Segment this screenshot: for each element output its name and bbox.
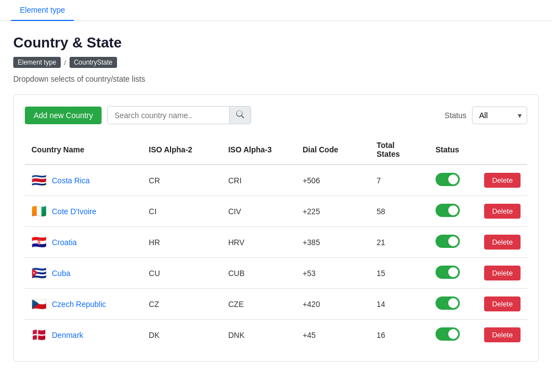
iso-alpha3: CZE	[221, 289, 296, 320]
col-header-name: Country Name	[25, 135, 142, 165]
country-flag: 🇩🇰	[31, 329, 46, 341]
status-toggle-cell	[429, 258, 477, 289]
country-flag: 🇨🇺	[31, 267, 46, 279]
total-states: 58	[370, 196, 429, 227]
page-title: Country & State	[13, 34, 539, 51]
country-name-cell: 🇨🇺 Cuba	[31, 267, 136, 279]
country-link[interactable]: Cuba	[52, 269, 70, 278]
dial-code: +53	[296, 258, 370, 289]
page-description: Dropdown selects of country/state lists	[13, 75, 539, 83]
status-select-wrapper: All Active Inactive	[472, 107, 527, 124]
country-link[interactable]: Croatia	[52, 238, 77, 247]
iso-alpha3: DNK	[221, 320, 296, 351]
dial-code: +385	[296, 227, 370, 258]
status-toggle[interactable]	[436, 235, 460, 248]
country-flag: 🇨🇿	[31, 298, 46, 310]
col-header-alpha3: ISO Alpha-3	[221, 135, 296, 165]
country-name-cell: 🇨🇿 Czech Republic	[31, 298, 136, 310]
delete-cell: Delete	[477, 258, 527, 289]
status-filter: Status All Active Inactive	[444, 107, 527, 124]
table-row: 🇨🇺 Cuba CU CUB +53 15 Delete	[25, 258, 527, 289]
col-header-dial: Dial Code	[296, 135, 370, 165]
country-link[interactable]: Denmark	[52, 331, 83, 340]
search-button[interactable]	[229, 107, 251, 124]
delete-button[interactable]: Delete	[484, 235, 521, 250]
search-icon	[236, 110, 244, 118]
delete-cell: Delete	[477, 289, 527, 320]
iso-alpha2: CR	[142, 165, 222, 196]
delete-cell: Delete	[477, 196, 527, 227]
total-states: 15	[370, 258, 429, 289]
col-header-action	[477, 135, 527, 165]
table-body: 🇨🇷 Costa Rica CR CRI +506 7 Delete 🇨🇮	[25, 165, 527, 350]
toggle-slider	[436, 173, 460, 186]
dial-code: +420	[296, 289, 370, 320]
iso-alpha2: DK	[142, 320, 222, 351]
status-toggle-cell	[429, 289, 477, 320]
breadcrumb-separator: /	[64, 59, 66, 67]
delete-button[interactable]: Delete	[484, 173, 521, 188]
country-flag: 🇨🇮	[31, 205, 46, 218]
status-toggle[interactable]	[436, 266, 460, 279]
total-states: 7	[370, 165, 429, 196]
table-row: 🇨🇿 Czech Republic CZ CZE +420 14 Delete	[25, 289, 527, 320]
toolbar: Add new Country Status All Active Inacti…	[25, 106, 527, 124]
status-toggle-cell	[429, 227, 477, 258]
country-link[interactable]: Cote D'Ivoire	[52, 207, 96, 216]
tab-element-type[interactable]: Element type	[11, 0, 74, 21]
delete-button[interactable]: Delete	[484, 204, 521, 219]
iso-alpha3: CUB	[221, 258, 296, 289]
col-header-status: Status	[429, 135, 477, 165]
country-link[interactable]: Czech Republic	[52, 300, 106, 309]
col-header-alpha2: ISO Alpha-2	[142, 135, 222, 165]
add-country-button[interactable]: Add new Country	[25, 107, 102, 124]
delete-button[interactable]: Delete	[484, 266, 521, 280]
delete-cell: Delete	[477, 165, 527, 196]
iso-alpha3: HRV	[221, 227, 296, 258]
delete-button[interactable]: Delete	[484, 296, 521, 311]
status-toggle[interactable]	[436, 327, 460, 341]
table-row: 🇨🇮 Cote D'Ivoire CI CIV +225 58 Delete	[25, 196, 527, 227]
tab-bar: Element type	[0, 0, 552, 21]
country-name-cell: 🇨🇮 Cote D'Ivoire	[31, 205, 136, 218]
col-header-states: TotalStates	[370, 135, 429, 165]
status-select[interactable]: All Active Inactive	[472, 107, 527, 124]
country-link[interactable]: Costa Rica	[52, 176, 89, 185]
iso-alpha2: CZ	[142, 289, 222, 320]
country-name-cell: 🇭🇷 Croatia	[31, 236, 136, 248]
status-toggle[interactable]	[436, 296, 460, 310]
status-toggle[interactable]	[436, 204, 460, 217]
status-toggle-cell	[429, 196, 477, 227]
delete-button[interactable]: Delete	[484, 327, 521, 342]
delete-cell: Delete	[477, 320, 527, 351]
iso-alpha3: CIV	[221, 196, 296, 227]
table-row: 🇭🇷 Croatia HR HRV +385 21 Delete	[25, 227, 527, 258]
search-input[interactable]	[108, 107, 229, 124]
country-flag: 🇭🇷	[31, 236, 46, 248]
dial-code: +45	[296, 320, 370, 351]
iso-alpha2: CI	[142, 196, 222, 227]
delete-cell: Delete	[477, 227, 527, 258]
status-toggle[interactable]	[436, 173, 460, 186]
main-panel: Add new Country Status All Active Inacti…	[13, 94, 539, 362]
breadcrumb: Element type / CountryState	[13, 57, 539, 68]
iso-alpha2: CU	[142, 258, 222, 289]
table-header: Country Name ISO Alpha-2 ISO Alpha-3 Dia…	[25, 135, 527, 165]
breadcrumb-element-type[interactable]: Element type	[13, 57, 61, 68]
status-toggle-cell	[429, 165, 477, 196]
total-states: 21	[370, 227, 429, 258]
total-states: 16	[370, 320, 429, 351]
dial-code: +506	[296, 165, 370, 196]
country-name-cell: 🇨🇷 Costa Rica	[31, 174, 136, 187]
status-toggle-cell	[429, 320, 477, 351]
iso-alpha2: HR	[142, 227, 222, 258]
toggle-slider	[436, 296, 460, 310]
country-table: Country Name ISO Alpha-2 ISO Alpha-3 Dia…	[25, 135, 527, 350]
table-row: 🇨🇷 Costa Rica CR CRI +506 7 Delete	[25, 165, 527, 196]
total-states: 14	[370, 289, 429, 320]
status-filter-label: Status	[444, 111, 466, 120]
country-name-cell: 🇩🇰 Denmark	[31, 329, 136, 341]
breadcrumb-country-state[interactable]: CountryState	[70, 57, 117, 68]
country-flag: 🇨🇷	[31, 174, 46, 187]
toggle-slider	[436, 204, 460, 217]
